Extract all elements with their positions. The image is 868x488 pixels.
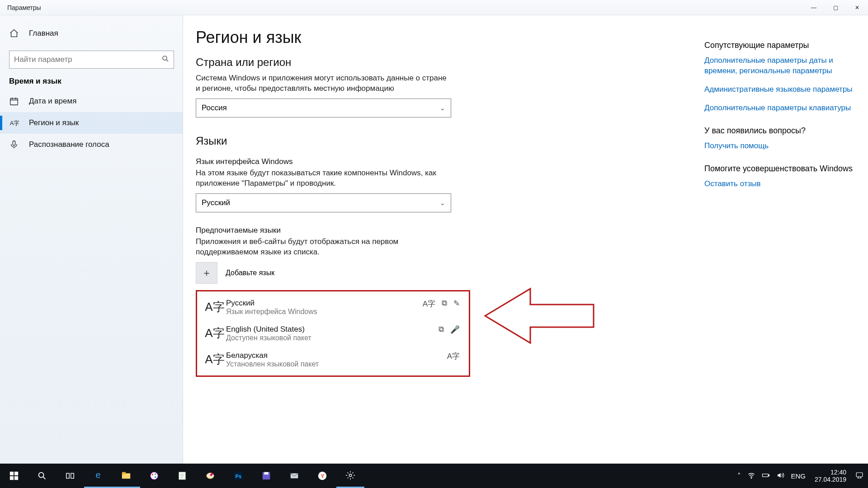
- sidebar-home-label: Главная: [29, 29, 58, 38]
- language-name: Беларуская: [226, 351, 319, 360]
- wifi-icon[interactable]: [747, 471, 755, 481]
- language-name: English (United States): [226, 325, 311, 334]
- taskbar-app-notepad[interactable]: [168, 464, 196, 488]
- start-button[interactable]: [0, 464, 28, 488]
- volume-icon[interactable]: [776, 471, 784, 481]
- svg-rect-1: [10, 99, 18, 105]
- language-subtext: Установлен языковой пакет: [226, 360, 319, 368]
- window-minimize-button[interactable]: —: [803, 0, 825, 15]
- window-close-button[interactable]: ✕: [846, 0, 868, 15]
- annotation-arrow: [485, 284, 850, 349]
- feedback-heading: Помогите усовершенствовать Windows: [704, 164, 854, 174]
- window-titlebar: Параметры — ▢ ✕: [0, 0, 868, 15]
- svg-rect-7: [10, 476, 14, 480]
- svg-rect-10: [66, 474, 69, 479]
- feedback-link[interactable]: Оставить отзыв: [704, 179, 854, 189]
- system-tray: ˄ ENG 12:40 27.04.2019: [737, 469, 868, 483]
- svg-point-14: [151, 472, 158, 480]
- svg-point-16: [155, 474, 156, 475]
- taskbar-app-paint[interactable]: [140, 464, 168, 488]
- svg-marker-4: [485, 289, 594, 343]
- region-description: Система Windows и приложения могут испол…: [196, 73, 449, 94]
- taskbar-app-save[interactable]: [252, 464, 280, 488]
- add-language-button[interactable]: ＋ Добавьте язык: [196, 262, 850, 284]
- language-glyph-icon: A字: [203, 325, 226, 341]
- language-subtext: Доступен языковой пакет: [226, 334, 311, 342]
- display-language-value: Русский: [202, 198, 230, 207]
- battery-icon[interactable]: [762, 471, 770, 481]
- svg-text:Ps: Ps: [236, 474, 241, 479]
- taskbar: e Ps Y ˄ ENG 12:40: [0, 464, 868, 488]
- related-link-admin-language[interactable]: Административные языковые параметры: [704, 84, 854, 95]
- taskbar-app-settings[interactable]: [336, 464, 364, 488]
- svg-point-28: [751, 478, 752, 479]
- chevron-down-icon: ⌄: [440, 104, 445, 112]
- taskbar-time: 12:40: [815, 469, 846, 476]
- language-list-highlight: A字 Русский Язык интерфейса Windows A字 ⧉ …: [196, 290, 470, 377]
- preferred-languages-label: Предпочитаемые языки: [196, 226, 850, 235]
- window-title: Параметры: [0, 4, 41, 11]
- sidebar-item-label: Регион и язык: [29, 118, 79, 127]
- chevron-down-icon: ⌄: [440, 199, 445, 206]
- sidebar-item-speech[interactable]: Распознавание голоса: [0, 134, 183, 155]
- help-link[interactable]: Получить помощь: [704, 141, 854, 151]
- sidebar-search[interactable]: [9, 51, 174, 69]
- sidebar-item-region-language[interactable]: A字 Регион и язык: [0, 112, 183, 134]
- speech-icon: 🎤: [450, 325, 460, 334]
- taskbar-app-photoshop[interactable]: Ps: [224, 464, 252, 488]
- related-link-keyboard[interactable]: Дополнительные параметры клавиатуры: [704, 103, 854, 113]
- language-item-belarusian[interactable]: A字 Беларуская Установлен языковой пакет …: [197, 347, 469, 373]
- taskbar-clock[interactable]: 12:40 27.04.2019: [812, 469, 849, 483]
- language-glyph-icon: A字: [203, 352, 226, 367]
- svg-point-0: [163, 56, 167, 60]
- svg-rect-11: [71, 474, 74, 479]
- sidebar-home[interactable]: Главная: [0, 23, 183, 44]
- tts-icon: ⧉: [442, 299, 447, 309]
- window-maximize-button[interactable]: ▢: [825, 0, 846, 15]
- taskbar-app-yandex[interactable]: Y: [308, 464, 336, 488]
- plus-icon: ＋: [196, 262, 217, 284]
- svg-rect-23: [264, 472, 268, 475]
- home-icon: [9, 28, 19, 38]
- svg-point-17: [155, 476, 156, 478]
- related-link-date-region[interactable]: Дополнительные параметры даты и времени,…: [704, 56, 854, 76]
- country-select-value: Россия: [202, 103, 227, 113]
- svg-rect-8: [14, 476, 18, 480]
- svg-rect-30: [769, 474, 769, 476]
- country-select[interactable]: Россия ⌄: [196, 99, 451, 117]
- taskbar-app-explorer[interactable]: [112, 464, 140, 488]
- svg-rect-3: [13, 141, 15, 145]
- microphone-icon: [9, 140, 19, 150]
- svg-rect-5: [10, 472, 14, 475]
- svg-text:Y: Y: [321, 473, 325, 479]
- tray-overflow-icon[interactable]: ˄: [737, 472, 741, 480]
- svg-rect-6: [14, 472, 18, 475]
- add-language-label: Добавьте язык: [226, 269, 274, 277]
- taskbar-app-mail[interactable]: [280, 464, 308, 488]
- sidebar-section-heading: Время и язык: [0, 77, 183, 90]
- search-input[interactable]: [9, 51, 174, 69]
- input-language-indicator[interactable]: ENG: [791, 472, 806, 480]
- taskbar-app-paint3d[interactable]: [196, 464, 224, 488]
- settings-sidebar: Главная Время и язык Дата и время A字 Рег…: [0, 15, 183, 464]
- language-icon: A字: [9, 118, 19, 128]
- taskbar-search-button[interactable]: [28, 464, 56, 488]
- language-subtext: Язык интерфейса Windows: [226, 308, 317, 316]
- display-language-select[interactable]: Русский ⌄: [196, 193, 451, 212]
- svg-point-27: [349, 474, 352, 477]
- language-item-russian[interactable]: A字 Русский Язык интерфейса Windows A字 ⧉ …: [197, 294, 469, 320]
- display-language-description: На этом языке будут показываться такие к…: [196, 168, 449, 189]
- tts-icon: ⧉: [439, 325, 444, 334]
- svg-text:A字: A字: [10, 120, 19, 127]
- display-lang-icon: A字: [423, 299, 435, 309]
- preferred-languages-description: Приложения и веб-сайты будут отображатьс…: [196, 237, 449, 258]
- svg-rect-29: [763, 474, 769, 477]
- sidebar-item-label: Распознавание голоса: [29, 140, 109, 149]
- action-center-icon[interactable]: [855, 471, 863, 481]
- related-settings-pane: Сопутствующие параметры Дополнительные п…: [704, 41, 854, 202]
- taskbar-date: 27.04.2019: [815, 476, 846, 483]
- task-view-button[interactable]: [56, 464, 84, 488]
- language-item-english-us[interactable]: A字 English (United States) Доступен язык…: [197, 320, 469, 347]
- sidebar-item-datetime[interactable]: Дата и время: [0, 90, 183, 112]
- taskbar-app-edge[interactable]: e: [84, 464, 112, 488]
